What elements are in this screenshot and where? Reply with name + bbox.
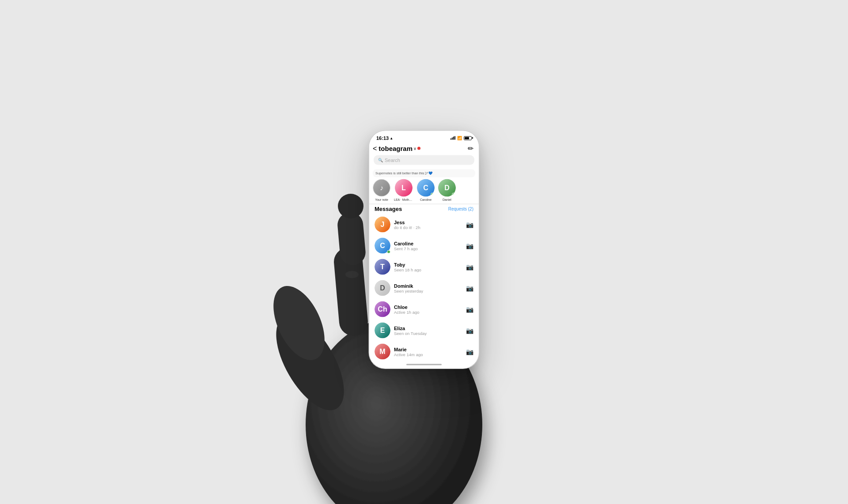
- requests-link[interactable]: Requests (2): [448, 207, 473, 211]
- msg-avatar-jess: J: [375, 217, 390, 233]
- story-label-caroline: Caroline: [420, 198, 432, 201]
- msg-avatar-inner-eliza: E: [375, 323, 390, 339]
- story-daniel[interactable]: D Daniel: [438, 179, 456, 201]
- camera-icon-jess[interactable]: 📷: [466, 221, 473, 228]
- signal-bar-2: [452, 138, 453, 140]
- wifi-icon: 📶: [457, 136, 462, 140]
- search-bar[interactable]: 🔍 Search: [374, 155, 474, 165]
- story-caroline[interactable]: C Caroline: [417, 179, 435, 201]
- msg-name-eliza: Eliza: [394, 325, 462, 331]
- msg-avatar-inner-chloe: Ch: [375, 301, 390, 317]
- phone-screen: 16:13 ▲ 📶: [369, 131, 479, 369]
- msg-avatar-marie: M: [375, 344, 390, 360]
- msg-name-jess: Jess: [394, 219, 462, 225]
- msg-preview-jess: do it do it! · 2h: [394, 225, 462, 229]
- header-title: tobeagram ∨: [379, 145, 420, 152]
- msg-preview-chloe: Active 1h ago: [394, 309, 462, 314]
- message-item-marie[interactable]: M Marie Active 14m ago 📷: [369, 341, 479, 361]
- msg-content-eliza: Eliza Seen on Tuesday: [394, 325, 462, 335]
- camera-icon-dominik[interactable]: 📷: [466, 285, 473, 292]
- battery-fill: [465, 137, 469, 139]
- supernotes-text: Supernotes is still better than this: [375, 171, 424, 176]
- app-title: tobeagram: [379, 145, 413, 152]
- avatar-face-marie: M: [375, 344, 390, 360]
- avatar-face-chloe: Ch: [375, 301, 390, 317]
- msg-content-caroline: Caroline Sent 7 h ago: [394, 241, 462, 251]
- msg-preview-eliza: Seen on Tuesday: [394, 331, 462, 335]
- messages-section: Messages Requests (2) J Jess do it do it…: [369, 204, 479, 361]
- story-label-daniel: Daniel: [443, 198, 451, 201]
- msg-name-dominik: Dominik: [394, 283, 462, 288]
- avatar-face-jess: J: [375, 217, 390, 233]
- dropdown-chevron[interactable]: ∨: [413, 146, 416, 150]
- msg-name-caroline: Caroline: [394, 241, 462, 246]
- story-avatar-daniel: D: [438, 179, 456, 196]
- status-icons: 📶: [450, 136, 472, 140]
- avatar-face-eliza: E: [375, 323, 390, 339]
- time-display: 16:13: [376, 135, 389, 141]
- story-lea[interactable]: L LEA · Mother | E...: [394, 179, 413, 201]
- notification-dot: [417, 147, 420, 150]
- battery-icon: [464, 136, 472, 140]
- camera-icon-caroline[interactable]: 📷: [466, 242, 473, 249]
- msg-avatar-chloe: Ch: [375, 301, 390, 317]
- msg-avatar-inner-jess: J: [375, 217, 390, 233]
- stories-row: ♪ Your note L LEA · Mother | E... C: [373, 179, 475, 201]
- msg-content-dominik: Dominik Seen yesterday: [394, 283, 462, 293]
- stories-section: Supernotes is still better than this 🕊💙 …: [369, 168, 479, 204]
- msg-avatar-inner-toby: T: [375, 259, 390, 275]
- msg-name-toby: Toby: [394, 262, 462, 267]
- msg-name-chloe: Chloe: [394, 304, 462, 309]
- msg-content-marie: Marie Active 14m ago: [394, 346, 462, 357]
- online-indicator-caroline: [431, 192, 434, 196]
- avatar-face-lea: L: [395, 179, 413, 196]
- msg-preview-caroline: Sent 7 h ago: [394, 246, 462, 251]
- story-avatar-caroline: C: [417, 179, 435, 196]
- avatar-face-toby: T: [375, 259, 390, 275]
- msg-content-chloe: Chloe Active 1h ago: [394, 304, 462, 314]
- msg-avatar-inner-marie: M: [375, 344, 390, 360]
- supernotes-icons: 🕊💙: [425, 171, 432, 176]
- camera-icon-chloe[interactable]: 📷: [466, 306, 473, 313]
- msg-content-toby: Toby Seen 18 h ago: [394, 262, 462, 272]
- svg-point-15: [345, 271, 359, 278]
- signal-bar-4: [454, 136, 455, 140]
- message-item-chloe[interactable]: Ch Chloe Active 1h ago 📷: [369, 299, 479, 320]
- home-indicator: [369, 361, 479, 369]
- messages-title: Messages: [375, 206, 402, 212]
- compose-button[interactable]: ✏: [468, 144, 473, 153]
- msg-avatar-dominik: D: [375, 280, 390, 296]
- back-button[interactable]: <: [373, 144, 377, 152]
- story-label-lea: LEA · Mother | E...: [394, 198, 413, 201]
- signal-bar-1: [450, 139, 451, 140]
- signal-bar-3: [453, 137, 454, 140]
- msg-avatar-toby: T: [375, 259, 390, 275]
- camera-icon-marie[interactable]: 📷: [466, 348, 473, 355]
- messages-list: J Jess do it do it! · 2h 📷 C: [369, 214, 479, 361]
- messages-header: Messages Requests (2): [369, 204, 479, 214]
- online-indicator-caroline-msg: [387, 250, 390, 254]
- camera-icon-eliza[interactable]: 📷: [466, 327, 473, 334]
- msg-avatar-eliza: E: [375, 323, 390, 339]
- app-header: < tobeagram ∨ ✏: [369, 143, 479, 155]
- story-your-note[interactable]: ♪ Your note: [373, 179, 390, 201]
- svg-point-5: [338, 194, 363, 218]
- camera-icon-toby[interactable]: 📷: [466, 263, 473, 271]
- home-bar: [406, 364, 442, 365]
- message-item-jess[interactable]: J Jess do it do it! · 2h 📷: [369, 214, 479, 235]
- phone-frame: 16:13 ▲ 📶: [369, 131, 479, 369]
- avatar-face: ♪: [373, 179, 390, 196]
- msg-avatar-inner-dominik: D: [375, 280, 390, 296]
- message-item-caroline[interactable]: C Caroline Sent 7 h ago 📷: [369, 235, 479, 256]
- message-item-toby[interactable]: T Toby Seen 18 h ago 📷: [369, 256, 479, 278]
- msg-avatar-caroline: C: [375, 238, 390, 254]
- msg-preview-toby: Seen 18 h ago: [394, 267, 462, 272]
- online-indicator-daniel: [452, 192, 455, 196]
- search-input[interactable]: Search: [385, 158, 400, 163]
- msg-content-jess: Jess do it do it! · 2h: [394, 219, 462, 229]
- message-item-eliza[interactable]: E Eliza Seen on Tuesday 📷: [369, 320, 479, 341]
- avatar-face-dominik: D: [375, 280, 390, 296]
- search-icon: 🔍: [378, 158, 383, 162]
- message-item-dominik[interactable]: D Dominik Seen yesterday 📷: [369, 278, 479, 299]
- signal-icon: [450, 136, 455, 140]
